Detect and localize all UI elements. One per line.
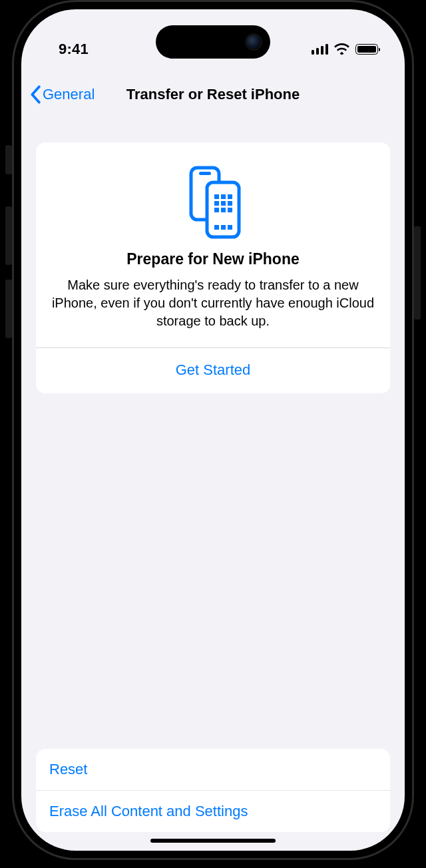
volume-down-button [5, 280, 12, 338]
chevron-back-icon [29, 85, 41, 104]
battery-icon [355, 44, 378, 55]
svg-rect-6 [214, 201, 219, 206]
svg-rect-5 [228, 194, 232, 199]
svg-rect-10 [221, 208, 226, 212]
svg-rect-11 [228, 208, 232, 212]
wifi-icon [334, 43, 349, 55]
svg-rect-3 [214, 194, 219, 199]
svg-rect-4 [221, 194, 226, 199]
phone-frame: 9:41 General [12, 0, 414, 860]
svg-rect-12 [214, 225, 219, 230]
svg-rect-13 [221, 225, 226, 230]
spacer [36, 393, 390, 749]
svg-rect-14 [228, 225, 232, 230]
transfer-devices-icon [183, 165, 243, 240]
silence-switch [5, 145, 12, 174]
svg-rect-8 [228, 201, 232, 206]
screen: 9:41 General [21, 9, 405, 851]
erase-all-button[interactable]: Erase All Content and Settings [36, 790, 390, 832]
svg-rect-1 [199, 172, 211, 175]
cellular-signal-icon [312, 44, 329, 55]
prepare-body: Make sure everything's ready to transfer… [36, 276, 390, 347]
volume-up-button [5, 206, 12, 265]
back-button[interactable]: General [29, 85, 95, 104]
svg-rect-7 [221, 201, 226, 206]
page-title: Transfer or Reset iPhone [126, 86, 300, 103]
options-list: Reset Erase All Content and Settings [36, 749, 390, 832]
get-started-button[interactable]: Get Started [36, 347, 390, 393]
svg-rect-9 [214, 208, 219, 212]
side-power-button [414, 226, 421, 320]
reset-button[interactable]: Reset [36, 749, 390, 790]
status-time: 9:41 [59, 41, 89, 58]
status-bar: 9:41 [21, 9, 405, 69]
prepare-title: Prepare for New iPhone [36, 250, 390, 268]
status-right [312, 43, 379, 55]
content: Prepare for New iPhone Make sure everyth… [36, 142, 390, 832]
navigation-bar: General Transfer or Reset iPhone [21, 76, 405, 113]
back-label: General [43, 86, 95, 103]
prepare-card: Prepare for New iPhone Make sure everyth… [36, 142, 390, 393]
home-indicator[interactable] [150, 839, 276, 843]
